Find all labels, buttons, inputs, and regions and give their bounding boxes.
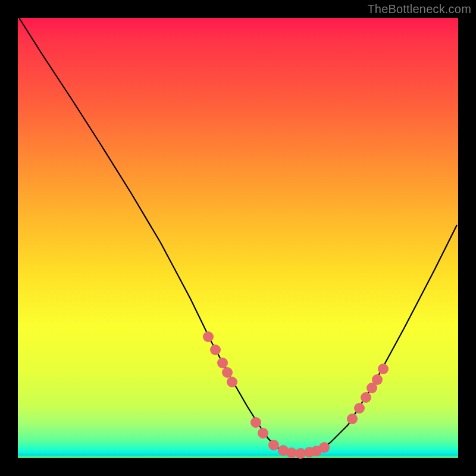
marker-dot [361, 392, 371, 403]
watermark-text: TheBottleneck.com [367, 2, 471, 16]
marker-dot [354, 403, 365, 414]
marker-dot [378, 364, 389, 374]
curve-line [19, 18, 457, 453]
marker-dot [217, 358, 228, 368]
marker-dot [250, 417, 261, 428]
marker-dot [319, 442, 330, 453]
marker-dots [203, 331, 389, 459]
marker-dot [210, 345, 221, 355]
marker-dot [203, 331, 214, 342]
marker-dot [222, 367, 233, 378]
marker-dot [268, 440, 279, 450]
marker-dot [227, 377, 237, 387]
chart-svg [18, 18, 458, 458]
chart-frame: TheBottleneck.com [0, 0, 476, 476]
marker-dot [347, 414, 358, 424]
marker-dot [258, 428, 268, 439]
marker-dot [372, 374, 383, 385]
